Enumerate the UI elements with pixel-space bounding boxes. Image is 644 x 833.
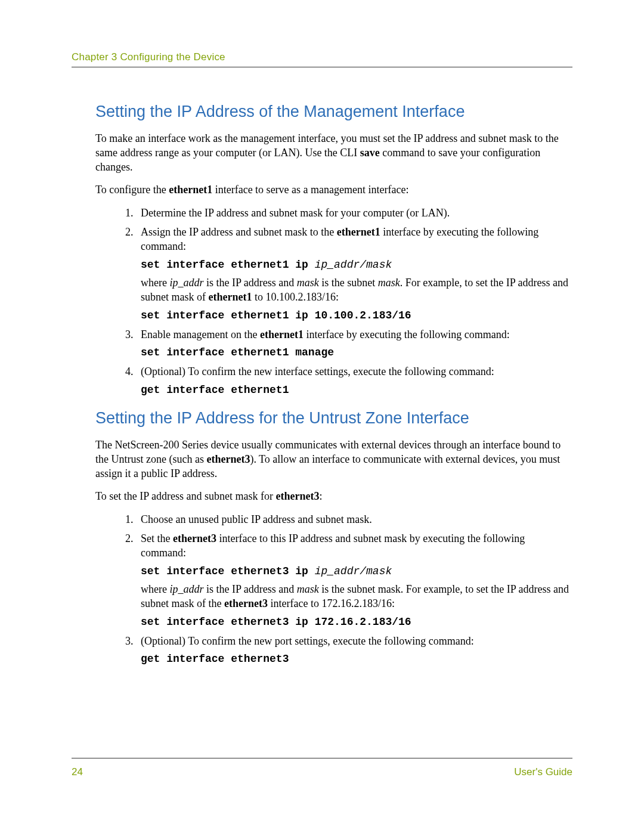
- step3: Enable management on the ethernet1 inter…: [136, 327, 572, 360]
- step2: Set the ethernet3 interface to this IP a…: [136, 531, 572, 629]
- text: interface by executing the following com…: [304, 329, 510, 340]
- step1: Choose an unused public IP address and s…: [136, 512, 572, 527]
- italic: ip_addr: [169, 277, 203, 289]
- step2: Assign the IP address and subnet mask to…: [136, 225, 572, 323]
- text: where: [141, 277, 169, 289]
- text: (Optional) To confirm the new port setti…: [141, 635, 474, 647]
- section1-title: Setting the IP Address of the Management…: [95, 103, 572, 121]
- bold-ethernet1: ethernet1: [169, 184, 212, 196]
- code-text: set interface ethernet3 ip: [141, 565, 315, 577]
- italic: ip_addr: [169, 583, 203, 595]
- italic: mask: [297, 583, 319, 595]
- bold: ethernet3: [276, 490, 320, 502]
- code-set-ip-example: set interface ethernet3 ip 172.16.2.183/…: [141, 615, 572, 629]
- page-number: 24: [72, 766, 83, 778]
- bold: ethernet3: [224, 597, 268, 609]
- code-set-ip-template: set interface ethernet3 ip ip_addr/mask: [141, 564, 572, 578]
- text: is the IP address and: [204, 583, 297, 595]
- code-var: ip_addr/mask: [315, 565, 392, 577]
- italic: mask: [378, 277, 400, 289]
- bold-save: save: [360, 147, 380, 159]
- text: To configure the: [95, 184, 169, 196]
- text: is the IP address and: [204, 277, 297, 289]
- bold: ethernet1: [337, 226, 380, 238]
- section2-para2: To set the IP address and subnet mask fo…: [95, 490, 572, 504]
- guide-label: User's Guide: [514, 766, 572, 778]
- text: Enable management on the: [141, 329, 260, 340]
- bold: ethernet3: [173, 532, 216, 544]
- page: Chapter 3 Configuring the Device Setting…: [0, 0, 644, 833]
- text: is the subnet: [319, 277, 378, 289]
- code-set-ip-template: set interface ethernet1 ip ip_addr/mask: [141, 258, 572, 272]
- footer: 24 User's Guide: [72, 766, 572, 778]
- step3: (Optional) To confirm the new port setti…: [136, 634, 572, 667]
- italic: mask: [297, 277, 319, 289]
- step1: Determine the IP address and subnet mask…: [136, 206, 572, 220]
- code-manage: set interface ethernet1 manage: [141, 345, 572, 360]
- section2-steps: Choose an unused public IP address and s…: [95, 512, 572, 667]
- bold: ethernet3: [206, 453, 250, 465]
- text: (Optional) To confirm the new interface …: [141, 366, 494, 377]
- code-get: get interface ethernet3: [141, 652, 572, 666]
- text: interface to 172.16.2.183/16:: [268, 597, 395, 609]
- code-text: set interface ethernet1 ip: [141, 259, 315, 271]
- section1-para1: To make an interface work as the managem…: [95, 132, 572, 175]
- section2-title: Setting the IP Address for the Untrust Z…: [95, 409, 572, 428]
- text: :: [319, 490, 322, 502]
- text: To set the IP address and subnet mask fo…: [95, 490, 276, 502]
- text: interface to serve as a management inter…: [212, 184, 408, 196]
- step2-explain: where ip_addr is the IP address and mask…: [141, 275, 572, 305]
- chapter-header: Chapter 3 Configuring the Device: [72, 51, 572, 67]
- footer-rule: [72, 758, 572, 758]
- step2-explain: where ip_addr is the IP address and mask…: [141, 582, 572, 611]
- code-set-ip-example: set interface ethernet1 ip 10.100.2.183/…: [141, 308, 572, 323]
- text: to 10.100.2.183/16:: [252, 291, 339, 303]
- code-get: get interface ethernet1: [141, 383, 572, 397]
- section1-para2: To configure the ethernet1 interface to …: [95, 183, 572, 197]
- code-var: ip_addr/mask: [315, 259, 392, 271]
- section2-para1: The NetScreen-200 Series device usually …: [95, 438, 572, 481]
- bold: ethernet1: [260, 329, 304, 340]
- step4: (Optional) To confirm the new interface …: [136, 364, 572, 397]
- text: where: [141, 583, 169, 595]
- section1-steps: Determine the IP address and subnet mask…: [95, 206, 572, 397]
- text: Assign the IP address and subnet mask to…: [141, 226, 337, 238]
- text: Set the: [141, 532, 173, 544]
- bold: ethernet1: [208, 291, 252, 303]
- content-area: Setting the IP Address of the Management…: [95, 103, 572, 678]
